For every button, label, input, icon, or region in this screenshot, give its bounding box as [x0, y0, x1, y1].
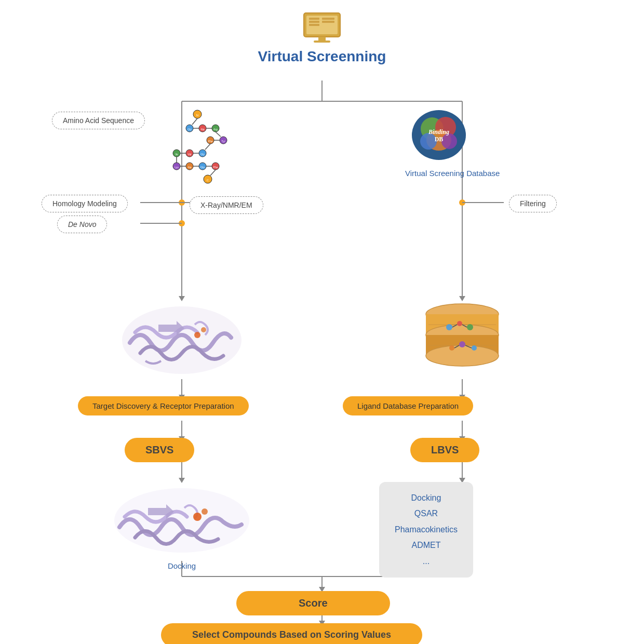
svg-point-111	[457, 321, 462, 326]
svg-point-116	[459, 341, 465, 347]
protein-svg	[114, 301, 249, 379]
svg-line-63	[205, 144, 210, 150]
svg-rect-40	[309, 21, 319, 23]
main-title: Virtual Screenning	[258, 48, 386, 65]
svg-text:Arg: Arg	[213, 128, 218, 131]
svg-text:Phe: Phe	[208, 140, 213, 143]
target-discovery-label: Target Discovery & Receptor Preparation	[78, 396, 249, 415]
protein-structure	[114, 301, 249, 381]
top-section: Virtual Screenning	[258, 10, 386, 70]
de-novo-label: De Novo	[57, 216, 107, 233]
homology-oval: Homology Modeling	[42, 195, 128, 212]
svg-text:Gly: Gly	[200, 153, 205, 156]
svg-point-6	[179, 220, 185, 226]
svg-text:Binding: Binding	[428, 128, 449, 136]
svg-text:Phe: Phe	[213, 166, 218, 169]
methods-box-content: Docking QSAR Phamacokinetics ADMET ...	[379, 482, 473, 578]
sbvs-btn: SBVS	[125, 438, 194, 462]
final-btn: Select Compounds Based on Scoring Values	[161, 623, 422, 644]
svg-rect-41	[309, 24, 319, 26]
monitor-icon	[301, 10, 343, 44]
svg-point-115	[449, 345, 454, 351]
sequence-svg: N Gly Ala Arg Tyr Phe Gly Val Ile	[151, 106, 244, 190]
homology-label: Homology Modeling	[42, 195, 128, 212]
vs-database-text: Virtual Screening Database	[405, 169, 500, 178]
svg-text:Ala: Ala	[200, 128, 204, 131]
svg-point-112	[467, 324, 473, 330]
xray-label: X-Ray/NMR/EM	[190, 196, 263, 214]
docking-label: Docking	[106, 561, 257, 570]
method-admet: ADMET	[395, 538, 458, 553]
svg-text:DB: DB	[435, 136, 444, 143]
svg-text:Ala: Ala	[187, 166, 191, 169]
svg-text:C: C	[207, 179, 209, 182]
svg-point-117	[472, 345, 477, 351]
connector-lines	[0, 0, 644, 644]
svg-text:N: N	[196, 114, 198, 117]
method-docking: Docking	[395, 490, 458, 506]
sequence-diagram: N Gly Ala Arg Tyr Phe Gly Val Ile	[151, 106, 244, 192]
amino-acid-oval: Amino Acid Sequence	[52, 112, 145, 129]
method-qsar: QSAR	[395, 506, 458, 521]
database-svg	[413, 299, 512, 379]
bindingdb-svg: Binding DB	[410, 109, 467, 161]
amino-acid-label: Amino Acid Sequence	[52, 112, 145, 129]
docking-svg	[106, 483, 257, 558]
svg-marker-11	[179, 296, 185, 301]
svg-point-19	[459, 199, 465, 206]
score-label: Score	[236, 591, 390, 615]
method-pk: Phamacokinetics	[395, 522, 458, 538]
svg-point-87	[122, 306, 242, 374]
svg-line-57	[216, 132, 221, 137]
svg-rect-39	[309, 18, 319, 20]
svg-text:Glu: Glu	[200, 166, 205, 169]
svg-text:Gly: Gly	[187, 128, 192, 131]
database-structure	[413, 299, 512, 381]
vs-database-label: Virtual Screening Database	[405, 169, 500, 178]
svg-point-90	[201, 327, 206, 332]
ligand-prep-btn: Ligand Database Preparation	[343, 396, 473, 415]
svg-text:Ile: Ile	[175, 153, 178, 156]
svg-point-107	[426, 345, 499, 366]
svg-text:Tyr: Tyr	[222, 140, 225, 143]
svg-rect-44	[318, 37, 326, 41]
target-discovery-btn: Target Discovery & Receptor Preparation	[78, 396, 249, 415]
lbvs-btn: LBVS	[410, 438, 479, 462]
score-btn: Score	[236, 591, 390, 615]
xray-oval: X-Ray/NMR/EM	[190, 196, 263, 214]
svg-line-48	[192, 118, 197, 125]
de-novo-oval: De Novo	[57, 216, 107, 233]
svg-point-94	[202, 508, 208, 515]
bindingdb-logo: Binding DB	[410, 109, 467, 163]
svg-rect-43	[322, 21, 334, 23]
page: Virtual Screenning Amino Acid Sequence N…	[0, 0, 644, 644]
svg-point-89	[194, 332, 200, 338]
svg-line-84	[210, 170, 216, 176]
svg-marker-17	[179, 478, 185, 483]
final-label: Select Compounds Based on Scoring Values	[161, 623, 422, 644]
svg-text:Lys: Lys	[175, 166, 179, 169]
method-dots: ...	[395, 554, 458, 569]
svg-rect-45	[314, 41, 330, 43]
sbvs-label: SBVS	[125, 438, 194, 462]
svg-point-110	[446, 324, 452, 330]
docking-structure: Docking	[106, 483, 257, 570]
svg-point-5	[179, 199, 185, 206]
ligand-prep-label: Ligand Database Preparation	[343, 396, 473, 415]
svg-point-93	[193, 513, 202, 521]
filtering-oval: Filtering	[509, 195, 557, 212]
filtering-label: Filtering	[509, 195, 557, 212]
svg-point-100	[441, 133, 457, 149]
svg-rect-42	[322, 18, 334, 20]
lbvs-label: LBVS	[410, 438, 479, 462]
methods-box: Docking QSAR Phamacokinetics ADMET ...	[379, 482, 473, 578]
svg-text:Val: Val	[188, 153, 192, 156]
